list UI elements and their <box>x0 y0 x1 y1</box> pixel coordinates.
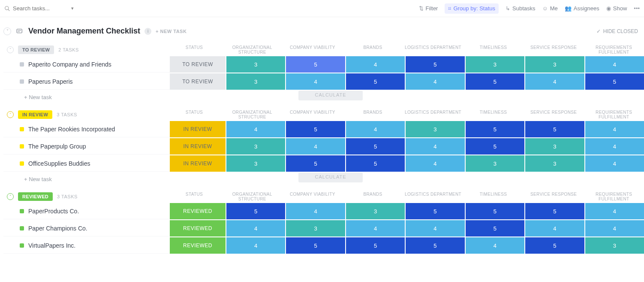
cell-org[interactable]: 4 <box>226 220 285 237</box>
new-task-button[interactable]: + New task <box>3 91 170 100</box>
me-button[interactable]: ☺ Me <box>542 5 557 12</box>
cell-logistics[interactable]: 4 <box>406 138 464 155</box>
show-button[interactable]: ◉ Show <box>606 5 627 12</box>
assignees-button[interactable]: 👥 Assignees <box>565 5 599 12</box>
cell-viability[interactable]: 5 <box>286 56 345 73</box>
cell-requirements[interactable]: 4 <box>585 155 644 172</box>
cell-viability[interactable]: 4 <box>286 138 345 155</box>
cell-org[interactable]: 4 <box>226 237 285 254</box>
cell-timeliness[interactable]: 5 <box>466 220 524 237</box>
col-requirements[interactable]: REQUIREMENTS FULFILLMENT <box>584 110 644 119</box>
collapse-group-icon[interactable]: ˅ <box>7 46 14 53</box>
cell-timeliness[interactable]: 5 <box>466 203 524 219</box>
task-row[interactable]: OfficeSupplies BuddiesIN REVIEW3554334 <box>3 155 644 172</box>
cell-service[interactable]: 5 <box>525 121 584 137</box>
cell-timeliness[interactable]: 5 <box>466 138 524 155</box>
new-task-header-button[interactable]: + NEW TASK <box>156 29 187 34</box>
col-requirements[interactable]: REQUIREMENTS FULFILLMENT <box>584 45 644 55</box>
cell-org[interactable]: 3 <box>226 73 285 90</box>
col-org[interactable]: ORGANIZATIONAL STRUCTURE <box>222 192 283 201</box>
col-service[interactable]: SERVICE RESPONSE <box>524 192 584 201</box>
task-name[interactable]: Paperus Paperis <box>28 78 73 85</box>
cell-viability[interactable]: 5 <box>286 237 345 254</box>
cell-brands[interactable]: 3 <box>346 203 405 219</box>
cell-logistics[interactable]: 4 <box>406 220 464 237</box>
status-pill[interactable]: IN REVIEW <box>18 110 52 119</box>
status-square-icon[interactable] <box>20 161 24 166</box>
col-status[interactable]: STATUS <box>166 110 222 119</box>
col-org[interactable]: ORGANIZATIONAL STRUCTURE <box>222 45 283 55</box>
cell-service[interactable]: 5 <box>525 203 584 219</box>
cell-requirements[interactable]: 5 <box>585 73 644 90</box>
new-task-button[interactable]: + New task <box>3 173 170 182</box>
cell-viability[interactable]: 5 <box>286 121 345 137</box>
status-cell[interactable]: REVIEWED <box>170 203 226 219</box>
col-org[interactable]: ORGANIZATIONAL STRUCTURE <box>222 110 283 119</box>
cell-timeliness[interactable]: 5 <box>466 121 524 137</box>
col-status[interactable]: STATUS <box>166 192 222 201</box>
task-name[interactable]: OfficeSupplies Buddies <box>28 160 90 167</box>
col-viability[interactable]: COMPANY VIABILITY <box>283 110 343 119</box>
status-cell[interactable]: REVIEWED <box>170 237 226 254</box>
col-logistics[interactable]: LOGISTICS DEPARTMENT <box>403 192 463 201</box>
task-name[interactable]: VirtualPapers Inc. <box>28 242 75 249</box>
cell-service[interactable]: 4 <box>525 220 584 237</box>
task-name[interactable]: The Paperpulp Group <box>28 143 86 150</box>
task-row[interactable]: The Paperpulp GroupIN REVIEW3454534 <box>3 138 644 155</box>
cell-requirements[interactable]: 4 <box>585 203 644 219</box>
col-brands[interactable]: BRANDS <box>343 192 403 201</box>
collapse-group-icon[interactable]: ˅ <box>7 193 14 200</box>
status-square-icon[interactable] <box>20 144 24 149</box>
cell-org[interactable]: 5 <box>226 203 285 219</box>
cell-brands[interactable]: 5 <box>346 237 405 254</box>
col-viability[interactable]: COMPANY VIABILITY <box>283 192 343 201</box>
status-square-icon[interactable] <box>20 62 24 67</box>
calculate-button[interactable]: CALCULATE <box>298 173 363 182</box>
col-status[interactable]: STATUS <box>166 45 222 55</box>
task-name[interactable]: Paperito Company and Friends <box>28 61 111 68</box>
cell-timeliness[interactable]: 3 <box>466 56 524 73</box>
status-cell[interactable]: IN REVIEW <box>170 155 226 172</box>
col-timeliness[interactable]: TIMELINESS <box>463 45 524 55</box>
cell-logistics[interactable]: 5 <box>406 203 464 219</box>
col-viability[interactable]: COMPANY VIABILITY <box>283 45 343 55</box>
cell-viability[interactable]: 4 <box>286 203 345 219</box>
cell-requirements[interactable]: 4 <box>585 138 644 155</box>
cell-service[interactable]: 3 <box>525 56 584 73</box>
group-by-button[interactable]: ⌗ Group by: Status <box>445 3 499 14</box>
status-square-icon[interactable] <box>20 226 24 230</box>
col-service[interactable]: SERVICE RESPONSE <box>524 110 584 119</box>
col-logistics[interactable]: LOGISTICS DEPARTMENT <box>403 110 463 119</box>
cell-org[interactable]: 3 <box>226 155 285 172</box>
cell-requirements[interactable]: 4 <box>585 121 644 137</box>
more-button[interactable]: ••• <box>634 5 640 12</box>
subtasks-button[interactable]: ↳ Subtasks <box>506 5 535 12</box>
cell-logistics[interactable]: 5 <box>406 56 464 73</box>
cell-brands[interactable]: 4 <box>346 56 405 73</box>
col-timeliness[interactable]: TIMELINESS <box>463 192 524 201</box>
status-pill[interactable]: REVIEWED <box>18 192 53 201</box>
cell-service[interactable]: 4 <box>525 73 584 90</box>
info-icon[interactable]: i <box>144 28 151 35</box>
cell-timeliness[interactable]: 5 <box>466 73 524 90</box>
cell-org[interactable]: 4 <box>226 121 285 137</box>
cell-timeliness[interactable]: 3 <box>466 155 524 172</box>
cell-viability[interactable]: 4 <box>286 73 345 90</box>
status-cell[interactable]: IN REVIEW <box>170 138 226 155</box>
cell-logistics[interactable]: 4 <box>406 73 464 90</box>
search-input[interactable] <box>13 5 69 12</box>
status-pill[interactable]: TO REVIEW <box>18 45 54 54</box>
status-cell[interactable]: REVIEWED <box>170 220 226 237</box>
task-name[interactable]: PaperProducts Co. <box>28 208 79 215</box>
cell-viability[interactable]: 5 <box>286 155 345 172</box>
collapse-list-icon[interactable]: ˅ <box>3 27 11 35</box>
task-row[interactable]: PaperProducts Co.REVIEWED5435554 <box>3 203 644 219</box>
cell-logistics[interactable]: 5 <box>406 237 464 254</box>
cell-brands[interactable]: 5 <box>346 73 405 90</box>
status-cell[interactable]: IN REVIEW <box>170 121 226 137</box>
hide-closed-button[interactable]: ✓ HIDE CLOSED <box>596 28 638 34</box>
cell-service[interactable]: 5 <box>525 237 584 254</box>
task-name[interactable]: The Paper Rookies Incorporated <box>28 126 115 133</box>
task-row[interactable]: The Paper Rookies IncorporatedIN REVIEW4… <box>3 121 644 137</box>
cell-requirements[interactable]: 4 <box>585 56 644 73</box>
